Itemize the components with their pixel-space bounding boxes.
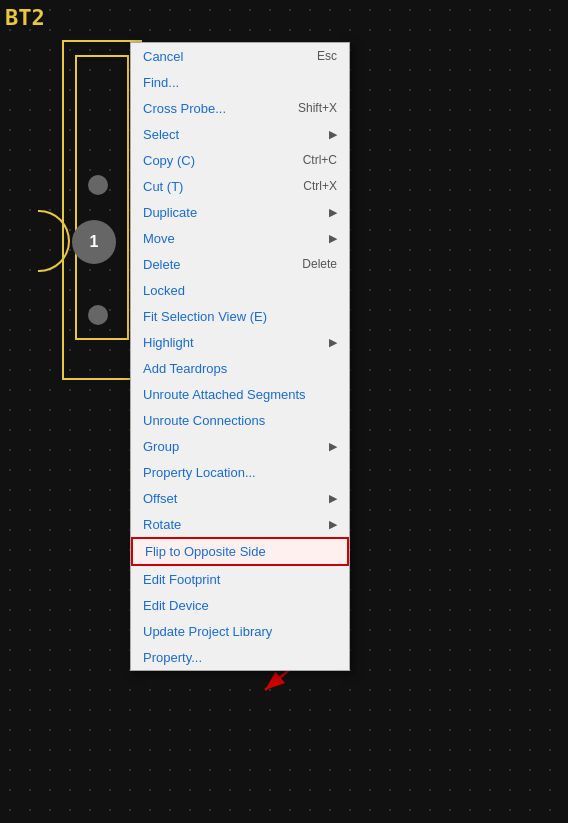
- menu-item-label-move: Move: [143, 231, 175, 246]
- menu-item-cancel[interactable]: CancelEsc: [131, 43, 349, 69]
- menu-item-flip[interactable]: Flip to Opposite Side: [131, 537, 349, 566]
- component-circle: 1: [72, 220, 116, 264]
- menu-item-label-locked: Locked: [143, 283, 185, 298]
- menu-item-shortcut-copy: Ctrl+C: [303, 153, 337, 167]
- menu-item-arrow-select: ▶: [329, 128, 337, 141]
- menu-item-label-copy: Copy (C): [143, 153, 195, 168]
- menu-item-shortcut-cancel: Esc: [317, 49, 337, 63]
- menu-item-label-group: Group: [143, 439, 179, 454]
- menu-item-highlight[interactable]: Highlight▶: [131, 329, 349, 355]
- menu-item-label-update-project-library: Update Project Library: [143, 624, 272, 639]
- menu-item-label-property: Property...: [143, 650, 202, 665]
- menu-item-arrow-offset: ▶: [329, 492, 337, 505]
- menu-item-offset[interactable]: Offset▶: [131, 485, 349, 511]
- menu-item-label-property-location: Property Location...: [143, 465, 256, 480]
- menu-item-label-unroute-connections: Unroute Connections: [143, 413, 265, 428]
- menu-item-locked[interactable]: Locked: [131, 277, 349, 303]
- menu-item-label-cross-probe: Cross Probe...: [143, 101, 226, 116]
- menu-item-arrow-move: ▶: [329, 232, 337, 245]
- menu-item-select[interactable]: Select▶: [131, 121, 349, 147]
- menu-item-arrow-highlight: ▶: [329, 336, 337, 349]
- menu-item-arrow-rotate: ▶: [329, 518, 337, 531]
- menu-item-label-flip: Flip to Opposite Side: [145, 544, 266, 559]
- context-menu: CancelEscFind...Cross Probe...Shift+XSel…: [130, 42, 350, 671]
- menu-item-label-edit-device: Edit Device: [143, 598, 209, 613]
- pcb-component-inner: [75, 55, 129, 340]
- menu-item-label-fit-selection: Fit Selection View (E): [143, 309, 267, 324]
- menu-item-edit-footprint[interactable]: Edit Footprint: [131, 566, 349, 592]
- menu-item-label-duplicate: Duplicate: [143, 205, 197, 220]
- menu-item-delete[interactable]: DeleteDelete: [131, 251, 349, 277]
- menu-item-add-teardrops[interactable]: Add Teardrops: [131, 355, 349, 381]
- menu-item-label-cut: Cut (T): [143, 179, 183, 194]
- menu-item-arrow-duplicate: ▶: [329, 206, 337, 219]
- menu-item-move[interactable]: Move▶: [131, 225, 349, 251]
- menu-item-edit-device[interactable]: Edit Device: [131, 592, 349, 618]
- menu-item-arrow-group: ▶: [329, 440, 337, 453]
- menu-item-label-select: Select: [143, 127, 179, 142]
- menu-item-property-location[interactable]: Property Location...: [131, 459, 349, 485]
- menu-item-label-find: Find...: [143, 75, 179, 90]
- menu-item-shortcut-cross-probe: Shift+X: [298, 101, 337, 115]
- circle-number: 1: [90, 233, 99, 251]
- menu-item-label-delete: Delete: [143, 257, 181, 272]
- menu-item-unroute-attached[interactable]: Unroute Attached Segments: [131, 381, 349, 407]
- menu-item-cut[interactable]: Cut (T)Ctrl+X: [131, 173, 349, 199]
- menu-item-fit-selection[interactable]: Fit Selection View (E): [131, 303, 349, 329]
- menu-item-shortcut-delete: Delete: [302, 257, 337, 271]
- pcb-small-circle-2: [88, 305, 108, 325]
- pcb-small-circle-1: [88, 175, 108, 195]
- menu-item-rotate[interactable]: Rotate▶: [131, 511, 349, 537]
- menu-item-duplicate[interactable]: Duplicate▶: [131, 199, 349, 225]
- menu-item-label-edit-footprint: Edit Footprint: [143, 572, 220, 587]
- menu-item-property[interactable]: Property...: [131, 644, 349, 670]
- menu-item-label-rotate: Rotate: [143, 517, 181, 532]
- menu-item-label-highlight: Highlight: [143, 335, 194, 350]
- menu-item-update-project-library[interactable]: Update Project Library: [131, 618, 349, 644]
- menu-item-shortcut-cut: Ctrl+X: [303, 179, 337, 193]
- menu-item-find[interactable]: Find...: [131, 69, 349, 95]
- component-label: BT2: [5, 5, 45, 30]
- menu-item-group[interactable]: Group▶: [131, 433, 349, 459]
- menu-item-label-unroute-attached: Unroute Attached Segments: [143, 387, 306, 402]
- menu-item-label-add-teardrops: Add Teardrops: [143, 361, 227, 376]
- menu-item-copy[interactable]: Copy (C)Ctrl+C: [131, 147, 349, 173]
- menu-item-unroute-connections[interactable]: Unroute Connections: [131, 407, 349, 433]
- menu-item-label-cancel: Cancel: [143, 49, 183, 64]
- menu-item-label-offset: Offset: [143, 491, 177, 506]
- menu-item-cross-probe[interactable]: Cross Probe...Shift+X: [131, 95, 349, 121]
